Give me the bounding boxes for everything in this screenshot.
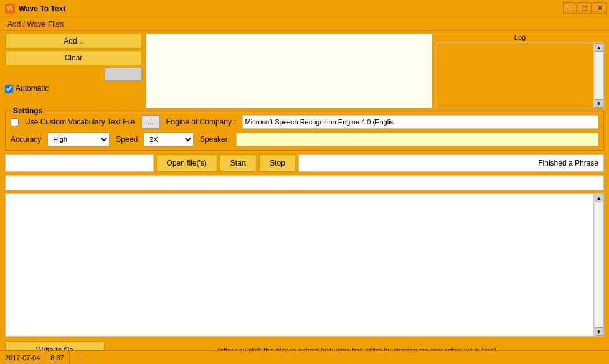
status-bar: 2017-07-04 8:37	[0, 350, 609, 364]
title-bar: W Wave To Text — □ ✕	[0, 0, 609, 17]
open-files-button[interactable]: Open file('s)	[156, 154, 217, 172]
settings-section: Settings Use Custom Vocabulary Text File…	[5, 111, 604, 151]
center-text-area[interactable]	[146, 34, 432, 108]
status-extra	[70, 351, 80, 364]
action-bar: Open file('s) Start Stop Finished a Phra…	[5, 153, 604, 173]
output-text-area[interactable]: ▲ ▼	[5, 193, 604, 337]
close-button[interactable]: ✕	[593, 2, 607, 14]
speaker-input[interactable]	[236, 133, 598, 146]
output-bar-1	[5, 175, 604, 190]
output-scrollbar: ▲ ▼	[593, 194, 603, 336]
accuracy-select[interactable]: High Medium Low	[47, 133, 110, 146]
browse-button[interactable]	[105, 67, 142, 81]
vocab-label: Use Custom Vocabulary Text File	[25, 118, 135, 126]
scroll-down-arrow[interactable]: ▼	[595, 99, 603, 108]
settings-row-1: Use Custom Vocabulary Text File ... Engi…	[11, 115, 598, 129]
settings-row-2: Accuracy High Medium Low Speed 2X 1X 0.5…	[11, 133, 598, 146]
automatic-checkbox[interactable]	[5, 85, 13, 93]
vocab-browse-button[interactable]: ...	[141, 115, 160, 129]
output-scroll-down[interactable]: ▼	[595, 327, 603, 336]
accuracy-label: Accuracy	[11, 135, 41, 144]
clear-button[interactable]: Clear	[5, 50, 142, 65]
menu-item-add-wave-files[interactable]: Add / Wave Files	[2, 19, 68, 30]
start-button[interactable]: Start	[220, 154, 257, 172]
output-scroll-track	[595, 202, 603, 327]
top-section: Add... Clear Automatic Log ▲ ▼	[5, 34, 604, 108]
speed-label: Speed	[116, 135, 138, 144]
scroll-up-arrow[interactable]: ▲	[595, 43, 603, 52]
stop-button[interactable]: Stop	[259, 154, 296, 172]
maximize-button[interactable]: □	[578, 2, 592, 14]
action-text-input[interactable]	[5, 154, 154, 172]
log-panel: Log ▲ ▼	[436, 34, 604, 108]
menu-bar: Add / Wave Files	[0, 17, 609, 31]
scroll-track	[595, 52, 603, 99]
automatic-row: Automatic	[5, 84, 142, 93]
log-scrollbar: ▲ ▼	[593, 43, 603, 108]
output-scroll-up[interactable]: ▲	[595, 194, 603, 202]
finished-phrase-button[interactable]: Finished a Phrase	[298, 154, 604, 172]
window-controls: — □ ✕	[563, 2, 607, 14]
engine-label: Engine of Company :	[166, 118, 236, 126]
log-area: ▲ ▼	[436, 42, 604, 108]
engine-input[interactable]	[242, 115, 598, 129]
add-button[interactable]: Add...	[5, 34, 142, 49]
app-title: Wave To Text	[19, 4, 65, 13]
speed-select[interactable]: 2X 1X 0.5X	[144, 133, 194, 146]
automatic-label: Automatic	[16, 84, 49, 93]
speaker-label: Speaker:	[200, 135, 230, 144]
status-date: 2017-07-04	[0, 351, 45, 364]
status-time: 8:37	[45, 351, 69, 364]
app-icon: W	[5, 4, 15, 14]
left-panel: Add... Clear Automatic	[5, 34, 142, 108]
vocab-checkbox[interactable]	[11, 118, 19, 126]
minimize-button[interactable]: —	[563, 2, 577, 14]
main-content: Add... Clear Automatic Log ▲ ▼ Settings	[0, 31, 609, 364]
log-label: Log	[436, 34, 604, 41]
settings-legend: Settings	[11, 106, 45, 115]
